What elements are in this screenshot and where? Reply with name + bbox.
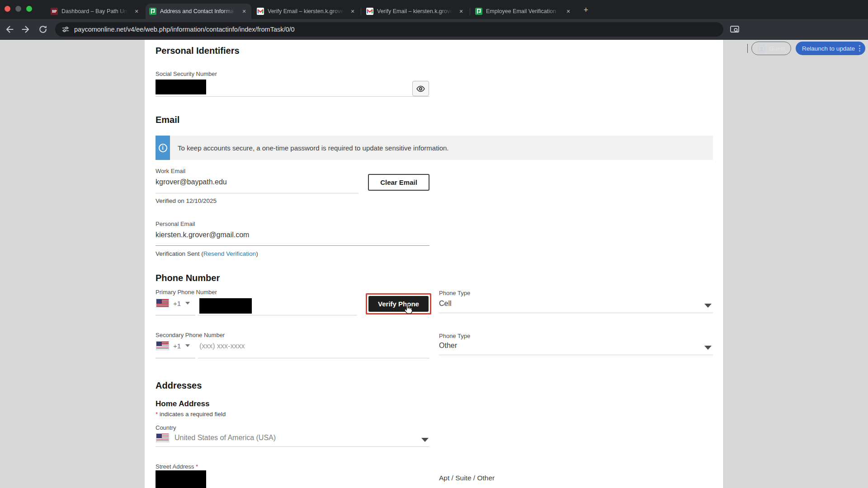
secondary-dial-underline	[156, 358, 195, 358]
tab-verify-email-1[interactable]: Verify Email – kiersten.k.grove ✕	[253, 4, 360, 19]
required-field-note: * indicates a required field	[156, 411, 226, 418]
addresses-heading: Addresses	[156, 380, 202, 391]
verification-sent-text: Verification Sent (Resend Verification)	[156, 250, 258, 257]
chevron-down-icon	[185, 302, 190, 305]
phone-type-primary-value[interactable]: Cell	[439, 300, 452, 308]
browser-toolbar: paycomonline.net/v4/ee/web.php/informati…	[0, 19, 868, 40]
otp-banner-text: To keep accounts secure, a one-time pass…	[178, 144, 449, 152]
street-address-input-redacted[interactable]	[156, 470, 206, 488]
close-icon[interactable]: ✕	[565, 8, 572, 15]
clear-email-button[interactable]: Clear Email	[368, 174, 429, 191]
tab-bar: BP Dashboard – Bay Path Univers ✕ Addres…	[0, 0, 868, 19]
macos-close-button[interactable]	[5, 6, 10, 12]
close-icon[interactable]: ✕	[241, 8, 248, 15]
site-settings-icon[interactable]	[61, 25, 70, 33]
country-label: Country	[156, 424, 176, 431]
tab-title: Address and Contact Informa	[160, 8, 237, 14]
tab-employee-email-verification[interactable]: Employee Email Verification ✕	[472, 4, 576, 19]
reload-icon	[38, 24, 48, 35]
primary-phone-underline	[198, 315, 357, 315]
tab-verify-email-2[interactable]: Verify Email – kiersten.k.grove ✕	[363, 4, 468, 19]
close-icon[interactable]: ✕	[133, 8, 140, 15]
tab-separator	[361, 8, 361, 15]
phone-type-label-secondary: Phone Type	[439, 333, 470, 339]
eye-icon	[416, 84, 425, 94]
ssn-underline	[156, 96, 429, 97]
resend-verification-link[interactable]: Resend Verification	[203, 250, 256, 257]
country-value: United States of America (USA)	[175, 434, 276, 442]
side-panel-search-icon[interactable]	[729, 23, 741, 35]
verify-phone-button[interactable]: Verify Phone	[368, 296, 429, 312]
tab-title: Verify Email – kiersten.k.grove	[268, 8, 345, 14]
us-flag-icon	[156, 342, 169, 350]
back-button[interactable]	[4, 23, 15, 35]
work-email-underline	[156, 193, 359, 193]
country-caret[interactable]	[421, 438, 429, 442]
forward-button[interactable]	[20, 23, 32, 35]
country-underline	[156, 446, 429, 447]
country-selector[interactable]: United States of America (USA)	[156, 434, 276, 442]
ssn-input-redacted[interactable]	[156, 80, 206, 94]
info-icon: i	[156, 136, 170, 160]
back-arrow-icon	[4, 24, 15, 35]
mouse-cursor	[402, 304, 412, 314]
phone-type-primary-underline	[439, 313, 713, 313]
secondary-phone-input[interactable]: (xxx) xxx-xxxx	[199, 342, 245, 350]
us-flag-icon	[156, 434, 169, 442]
kebab-menu-icon[interactable]	[859, 45, 860, 52]
required-asterisk: *	[196, 463, 198, 470]
primary-phone-label: Primary Phone Number	[156, 289, 217, 296]
close-icon[interactable]: ✕	[349, 8, 356, 15]
chevron-down-icon	[185, 344, 190, 347]
dial-code: +1	[173, 342, 181, 350]
phone-type-secondary-caret[interactable]	[704, 346, 712, 350]
close-icon[interactable]: ✕	[458, 8, 465, 15]
street-address-label: Street Address *	[156, 463, 198, 470]
new-tab-button[interactable]: +	[580, 5, 591, 15]
primary-phone-input-redacted[interactable]	[199, 298, 252, 314]
primary-dial-code-selector[interactable]: +1	[156, 299, 190, 307]
macos-zoom-button[interactable]	[26, 6, 32, 12]
phone-type-primary-caret[interactable]	[704, 304, 712, 308]
tab-dashboard[interactable]: BP Dashboard – Bay Path Univers ✕	[47, 4, 144, 19]
tab-address-contact[interactable]: Address and Contact Informa ✕	[146, 4, 251, 19]
guest-label: Guest	[769, 45, 785, 52]
phone-number-heading: Phone Number	[156, 273, 220, 283]
guest-profile-button[interactable]: Guest	[751, 42, 791, 55]
macos-minimize-button[interactable]	[15, 6, 21, 12]
personal-identifiers-heading: Personal Identifiers	[156, 46, 240, 56]
secondary-phone-underline	[198, 358, 429, 358]
baypath-favicon: BP	[51, 8, 58, 15]
tab-title: Employee Email Verification	[486, 8, 561, 14]
forward-arrow-icon	[20, 24, 31, 35]
verification-suffix: )	[256, 250, 258, 257]
relaunch-label: Relaunch to update	[802, 45, 855, 52]
guest-avatar-icon	[757, 44, 766, 53]
verification-prefix: Verification Sent (	[156, 250, 203, 257]
apt-suite-label: Apt / Suite / Other	[439, 474, 495, 482]
dial-code: +1	[173, 300, 181, 307]
secondary-dial-code-selector[interactable]: +1	[156, 342, 190, 350]
contact-info-page: Personal Identifiers Social Security Num…	[145, 40, 724, 488]
url-bar[interactable]: paycomonline.net/v4/ee/web.php/informati…	[55, 22, 723, 37]
personal-email-value[interactable]: kiersten.k.grover@gmail.com	[156, 231, 249, 239]
verify-phone-highlight: Verify Phone	[366, 293, 431, 314]
home-address-heading: Home Address	[156, 399, 209, 408]
phone-type-secondary-value[interactable]: Other	[439, 342, 457, 350]
ssn-label: Social Security Number	[156, 70, 217, 77]
phone-type-label-primary: Phone Type	[439, 290, 470, 296]
toolbar-divider	[747, 44, 748, 53]
reload-button[interactable]	[37, 23, 49, 35]
us-flag-icon	[156, 299, 169, 307]
gmail-favicon	[257, 8, 264, 15]
work-email-value[interactable]: kgrover@baypath.edu	[156, 178, 227, 186]
show-ssn-button[interactable]	[412, 81, 429, 96]
paycom-favicon	[149, 8, 156, 15]
street-label-text: Street Address	[156, 463, 194, 470]
primary-dial-underline	[156, 315, 195, 315]
secondary-phone-label: Secondary Phone Number	[156, 332, 225, 338]
relaunch-to-update-button[interactable]: Relaunch to update	[796, 42, 865, 55]
tab-separator	[470, 8, 470, 15]
url-text[interactable]: paycomonline.net/v4/ee/web.php/informati…	[74, 26, 295, 33]
work-email-label: Work Email	[156, 168, 185, 174]
